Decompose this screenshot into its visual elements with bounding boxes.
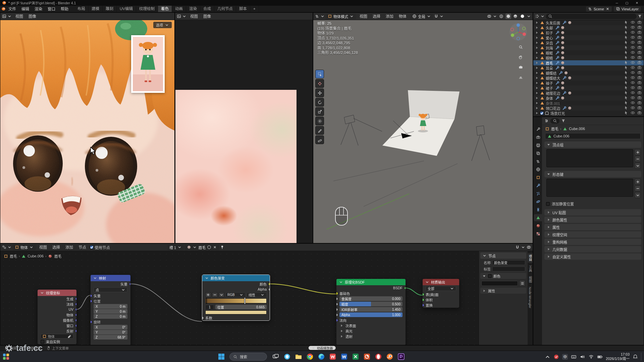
specials-button[interactable] <box>635 163 641 169</box>
rendered-shading-button[interactable] <box>520 13 525 19</box>
input-socket[interactable] <box>336 313 338 316</box>
hide-viewport-toggle[interactable] <box>631 101 635 106</box>
workspace-tab-着色[interactable]: 着色 <box>158 6 172 12</box>
vector-X-field[interactable]: X0 m <box>94 304 127 309</box>
hide-viewport-toggle[interactable] <box>631 20 635 25</box>
vector-Y-field[interactable]: Y0° <box>94 330 127 335</box>
properties-tab-view-layer[interactable] <box>534 150 542 157</box>
word-taskbar-icon[interactable] <box>340 353 348 361</box>
material-slot-dropdown[interactable]: 槽 1 <box>167 245 184 250</box>
properties-tab-physics[interactable] <box>534 198 542 205</box>
input-socket[interactable] <box>90 320 92 323</box>
shader-type-dropdown[interactable]: 物体 <box>13 245 36 250</box>
vertex-groups-listbox[interactable] <box>546 149 633 167</box>
close-button[interactable]: ✕ <box>632 1 642 5</box>
outliner-row-扣子[interactable]: 扣子 <box>533 30 644 35</box>
output-socket[interactable] <box>75 308 77 311</box>
ramp-stop[interactable] <box>206 298 207 304</box>
menu-编辑[interactable]: 编辑 <box>19 6 32 12</box>
shape-keys-listbox[interactable] <box>546 179 633 197</box>
selectable-toggle[interactable] <box>624 85 628 90</box>
ime-indicator[interactable]: 中 <box>562 354 568 360</box>
output-target-dropdown[interactable]: 全部 <box>426 286 456 291</box>
properties-search-input[interactable] <box>550 118 559 124</box>
outliner-row-头部[interactable]: 头部 <box>533 25 644 30</box>
panel-自定义属性[interactable]: 自定义属性 <box>544 253 641 260</box>
rendered-image-canvas[interactable]: 选项 <box>0 20 174 243</box>
selectable-toggle[interactable] <box>624 111 628 116</box>
disable-render-toggle[interactable] <box>637 50 642 55</box>
disable-render-toggle[interactable] <box>637 45 642 50</box>
blender-menu-icon[interactable] <box>1 7 6 11</box>
battery-tray-icon[interactable] <box>597 354 603 360</box>
menu-选择[interactable]: 选择 <box>50 244 63 251</box>
chrome-taskbar-icon[interactable] <box>306 353 314 361</box>
input-socket[interactable] <box>90 294 92 297</box>
path-item[interactable]: Cube.006 <box>28 254 44 258</box>
hide-viewport-toggle[interactable] <box>631 60 635 65</box>
outliner-row-领口花边[interactable]: 领口花边 <box>533 106 644 111</box>
output-socket[interactable] <box>129 283 131 286</box>
disable-render-toggle[interactable] <box>637 20 642 25</box>
disable-render-toggle[interactable] <box>637 60 642 65</box>
disable-render-toggle[interactable] <box>637 35 642 40</box>
hide-viewport-toggle[interactable] <box>631 25 635 30</box>
disable-render-toggle[interactable] <box>637 106 642 111</box>
outliner-row-刘海[interactable]: 刘海 <box>533 45 644 50</box>
selectable-toggle[interactable] <box>624 50 628 55</box>
properties-tab-modifiers[interactable] <box>534 182 542 189</box>
outliner-row-蝴蝶结大[interactable]: 蝴蝶结大 <box>533 75 644 80</box>
vector-Z-field[interactable]: Z68.9° <box>94 335 127 340</box>
disable-render-toggle[interactable] <box>637 96 642 101</box>
node-texture-coordinate[interactable]: 纹理坐标 生成法线UV物体摄像机窗口反射 物体 来自实例 <box>37 289 77 345</box>
workspace-tab-雕刻[interactable]: 雕刻 <box>103 6 117 12</box>
mesh-datablock-field[interactable]: Cube.006 <box>545 133 641 139</box>
outliner-row-眼眶[interactable]: 眼眶 <box>533 50 644 55</box>
sidebar-tab-视图[interactable]: 视图 <box>528 275 533 284</box>
notifications-icon[interactable] <box>633 354 638 359</box>
workspace-tab-布局[interactable]: 布局 <box>74 6 89 12</box>
selectable-toggle[interactable] <box>624 45 628 50</box>
network-tray-icon[interactable] <box>588 354 594 360</box>
section-checkbox[interactable] <box>488 274 492 278</box>
navigation-gizmo[interactable] <box>509 23 527 42</box>
output-socket[interactable] <box>268 283 270 286</box>
hide-viewport-toggle[interactable] <box>631 90 635 96</box>
properties-tab-tool[interactable] <box>534 126 542 133</box>
outliner-row-头发后面[interactable]: 头发后面 <box>533 20 644 25</box>
excel-taskbar-icon[interactable] <box>352 353 360 361</box>
widgets-button[interactable] <box>2 353 10 361</box>
disable-render-toggle[interactable] <box>637 55 642 60</box>
vector-X-field[interactable]: X0° <box>94 325 127 329</box>
collapse-icon[interactable] <box>40 291 44 295</box>
hide-viewport-toggle[interactable] <box>631 85 635 90</box>
use-nodes-checkbox[interactable] <box>90 245 94 249</box>
selectable-toggle[interactable] <box>624 20 628 25</box>
stop-position-slider[interactable]: 位置 0.665 <box>215 305 267 309</box>
selectable-toggle[interactable] <box>624 90 628 96</box>
hide-viewport-toggle[interactable] <box>631 75 635 80</box>
solid-shading-button[interactable] <box>505 13 511 19</box>
opera-taskbar-icon[interactable] <box>374 353 382 361</box>
interpolation-dropdown[interactable]: 线性 <box>247 292 267 297</box>
security-tray-icon[interactable] <box>553 354 559 360</box>
menu-帮助[interactable]: 帮助 <box>58 6 71 12</box>
edge-taskbar-icon[interactable] <box>317 353 325 361</box>
vector-Z-field[interactable]: Z0 m <box>94 314 127 319</box>
rotate-tool-button[interactable] <box>315 98 324 107</box>
menu-视图[interactable]: 视图 <box>37 244 50 251</box>
properties-tab-data[interactable] <box>534 214 542 221</box>
swatch-menu-button[interactable] <box>519 280 525 286</box>
editor-type-icon[interactable] <box>2 245 6 249</box>
input-socket[interactable] <box>336 303 338 306</box>
disable-render-toggle[interactable] <box>637 101 642 106</box>
outliner-search-input[interactable] <box>546 14 637 19</box>
file-explorer-taskbar-icon[interactable] <box>294 353 303 361</box>
add-workspace-button[interactable]: + <box>250 6 259 12</box>
node-name-field[interactable]: 颜色渐变 <box>492 260 525 265</box>
task-view-taskbar-icon[interactable] <box>272 353 280 361</box>
menu-窗口[interactable]: 窗口 <box>45 6 58 12</box>
taskbar-clock[interactable]: 17:03 2026/1/19/周一 <box>606 352 630 361</box>
workspace-tab-几何节点[interactable]: 几何节点 <box>214 6 236 12</box>
disable-render-toggle[interactable] <box>637 70 642 75</box>
